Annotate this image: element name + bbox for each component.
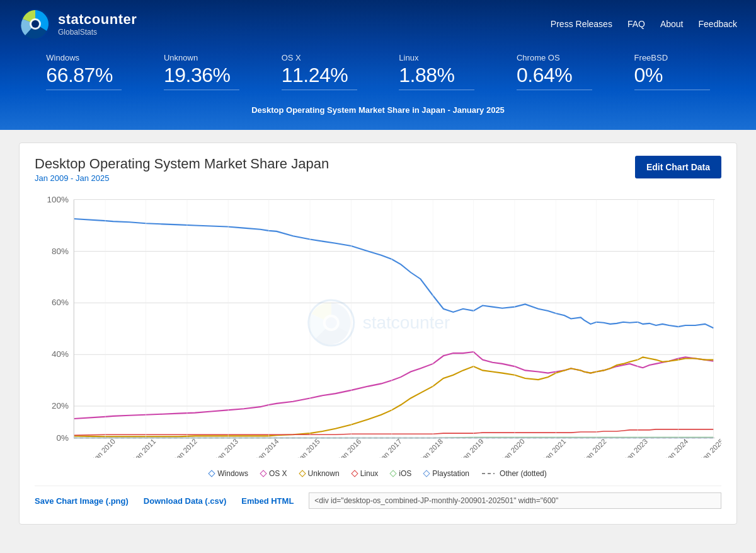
svg-text:Jan 2023: Jan 2023 — [622, 438, 649, 458]
legend-unknown-icon — [299, 470, 306, 477]
svg-text:Jan 2018: Jan 2018 — [418, 438, 445, 458]
nav-about[interactable]: About — [660, 19, 684, 29]
svg-text:Jan 2010: Jan 2010 — [90, 438, 117, 458]
svg-text:Jan 2014: Jan 2014 — [254, 437, 280, 458]
logo-title: statcounter — [58, 11, 137, 28]
svg-text:80%: 80% — [52, 247, 69, 256]
svg-text:Jan 2025: Jan 2025 — [699, 438, 721, 458]
legend-playstation: Playstation — [424, 469, 469, 478]
svg-text:Jan 2017: Jan 2017 — [377, 438, 403, 458]
svg-text:20%: 20% — [52, 401, 69, 410]
svg-text:60%: 60% — [52, 298, 69, 307]
svg-text:Jan 2021: Jan 2021 — [541, 438, 568, 458]
legend-linux: Linux — [352, 469, 379, 478]
legend-osx: OS X — [261, 469, 287, 478]
stat-freebsd: FreeBSD 0% — [634, 53, 710, 90]
logo-subtitle: GlobalStats — [58, 28, 137, 37]
legend-windows-label: Windows — [217, 469, 248, 478]
svg-text:Jan 2012: Jan 2012 — [172, 438, 198, 458]
nav-feedback[interactable]: Feedback — [699, 19, 737, 29]
chart-legend: Windows OS X Unknown Linux iOS Playstati… — [35, 464, 721, 486]
legend-other: Other (dotted) — [482, 469, 547, 478]
logo[interactable]: statcounter GlobalStats — [19, 8, 137, 40]
legend-windows-icon — [209, 470, 215, 477]
stat-windows: Windows 66.87% — [46, 53, 122, 90]
chart-title-area: Desktop Operating System Market Share Ja… — [35, 156, 329, 183]
legend-ios: iOS — [391, 469, 411, 478]
svg-text:100%: 100% — [47, 195, 69, 204]
legend-ios-icon — [390, 470, 397, 477]
stat-unknown: Unknown 19.36% — [164, 53, 239, 90]
svg-text:Jan 2011: Jan 2011 — [131, 438, 158, 458]
chart-container: Desktop Operating System Market Share Ja… — [19, 143, 737, 525]
main-content: Desktop Operating System Market Share Ja… — [0, 130, 756, 537]
save-chart-link[interactable]: Save Chart Image (.png) — [35, 496, 129, 506]
svg-text:Jan 2022: Jan 2022 — [581, 438, 608, 458]
chart-svg: 100% 80% 60% 40% 20% 0% Jan 2010 Jan 201… — [35, 193, 721, 458]
svg-text:Jan 2015: Jan 2015 — [295, 438, 321, 458]
legend-unknown-label: Unknown — [308, 469, 340, 478]
logo-icon — [19, 8, 52, 40]
legend-windows: Windows — [209, 469, 248, 478]
header-subtitle: Desktop Operating System Market Share in… — [0, 100, 756, 117]
nav-faq[interactable]: FAQ — [627, 19, 645, 29]
chart-area: statcounter 100% 80% 60% 40% 20% 0% Jan … — [35, 193, 721, 458]
legend-linux-label: Linux — [360, 469, 379, 478]
svg-text:Jan 2024: Jan 2024 — [663, 437, 690, 458]
legend-playstation-label: Playstation — [432, 469, 469, 478]
edit-chart-button[interactable]: Edit Chart Data — [635, 156, 721, 178]
legend-unknown: Unknown — [300, 469, 340, 478]
legend-other-icon — [482, 473, 495, 474]
stat-osx: OS X 11.24% — [282, 53, 357, 90]
legend-ios-label: iOS — [399, 469, 411, 478]
stat-chromeos: Chrome OS 0.64% — [517, 53, 592, 90]
nav-press-releases[interactable]: Press Releases — [551, 19, 612, 29]
chart-date-range: Jan 2009 - Jan 2025 — [35, 173, 329, 183]
chart-title: Desktop Operating System Market Share Ja… — [35, 156, 329, 172]
download-data-link[interactable]: Download Data (.csv) — [144, 496, 226, 506]
stat-linux: Linux 1.88% — [399, 53, 474, 90]
legend-osx-label: OS X — [269, 469, 287, 478]
page-header: statcounter GlobalStats Press Releases F… — [0, 0, 756, 130]
embed-html-label: Embed HTML — [241, 496, 294, 506]
chart-footer: Save Chart Image (.png) Download Data (.… — [35, 486, 721, 511]
svg-text:Jan 2016: Jan 2016 — [336, 438, 363, 458]
stats-row: Windows 66.87% Unknown 19.36% OS X 11.24… — [0, 45, 756, 100]
legend-linux-icon — [351, 470, 358, 477]
svg-text:0%: 0% — [56, 433, 68, 443]
svg-text:40%: 40% — [52, 349, 69, 359]
legend-osx-icon — [260, 470, 266, 477]
chart-header: Desktop Operating System Market Share Ja… — [35, 156, 721, 183]
svg-text:Jan 2013: Jan 2013 — [214, 438, 240, 458]
embed-code-input[interactable] — [309, 492, 721, 509]
main-nav: Press Releases FAQ About Feedback — [551, 19, 737, 29]
legend-other-label: Other (dotted) — [500, 469, 547, 478]
svg-text:Jan 2020: Jan 2020 — [500, 438, 526, 458]
svg-point-2 — [32, 20, 39, 28]
svg-text:Jan 2019: Jan 2019 — [459, 438, 485, 458]
legend-playstation-icon — [423, 470, 430, 477]
